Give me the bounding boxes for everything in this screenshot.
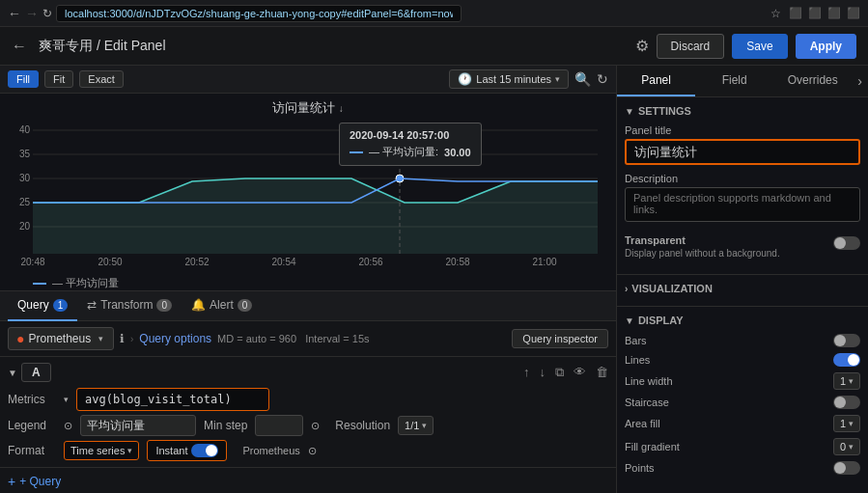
area-fill-label: Area fill <box>625 418 833 429</box>
time-range-label: Last 15 minutes <box>476 73 551 85</box>
exact-button[interactable]: Exact <box>79 70 124 88</box>
bars-label: Bars <box>625 335 833 346</box>
line-width-select[interactable]: 1 ▾ <box>833 372 860 390</box>
points-toggle[interactable] <box>833 461 860 475</box>
svg-marker-10 <box>33 178 598 254</box>
datasource-chevron-icon: ▾ <box>98 334 103 343</box>
points-label: Points <box>625 462 833 474</box>
prometheus-icon: ● <box>16 331 24 346</box>
page-title: 爽哥专用 / Edit Panel <box>39 38 166 55</box>
min-step-input[interactable] <box>255 415 303 436</box>
settings-section-header[interactable]: ▼ Settings <box>625 105 860 117</box>
tab-transform[interactable]: ⇄ Transform 0 <box>77 290 182 321</box>
fill-gradient-label: Fill gradient <box>625 441 833 452</box>
transparent-hint: Display panel without a background. <box>625 248 826 259</box>
tab-field[interactable]: Field <box>695 66 773 96</box>
breadcrumb-chevron-icon: › <box>130 334 133 344</box>
instant-toggle-row[interactable]: Instant <box>147 440 227 461</box>
tab-panel[interactable]: Panel <box>617 66 695 96</box>
svg-text:20:50: 20:50 <box>98 257 122 267</box>
datasource-selector[interactable]: ● Prometheus ▾ <box>8 327 114 350</box>
description-field: Description <box>625 173 860 225</box>
copy-icon[interactable]: ⧉ <box>555 365 564 380</box>
chart-legend: — 平均访问量 <box>4 276 612 290</box>
move-down-icon[interactable]: ↓ <box>540 365 546 380</box>
metric-input[interactable]: avg(blog_visit_total) <box>76 388 269 411</box>
transparent-toggle[interactable] <box>833 236 860 250</box>
min-step-info-icon[interactable]: ⊙ <box>311 420 320 432</box>
area-fill-select[interactable]: 1 ▾ <box>833 415 860 432</box>
chart-title[interactable]: 访问量统计 ↓ <box>4 99 612 117</box>
legend-input[interactable] <box>80 415 196 436</box>
collapse-icon[interactable]: ▼ <box>8 368 17 378</box>
tab-alert[interactable]: 🔔 Alert 0 <box>182 290 262 321</box>
svg-text:40: 40 <box>19 124 31 135</box>
panel-arrow-icon[interactable]: › <box>852 66 868 96</box>
url-bar[interactable] <box>56 5 462 22</box>
resolution-label: Resolution <box>335 419 390 432</box>
move-up-icon[interactable]: ↑ <box>523 365 530 380</box>
chart-tooltip: 2020-09-14 20:57:00 — 平均访问量: 30.00 <box>339 123 482 166</box>
visualization-section-header[interactable]: › Visualization <box>625 283 860 294</box>
svg-text:25: 25 <box>19 197 31 207</box>
panel-title-input[interactable] <box>625 139 860 165</box>
query-inspector-button[interactable]: Query inspector <box>512 329 608 348</box>
zoom-icon[interactable]: 🔍 <box>574 71 591 87</box>
display-section-header[interactable]: ▼ Display <box>625 315 860 326</box>
format-select[interactable]: Time series ▾ <box>64 441 139 460</box>
line-width-label: Line width <box>625 375 833 387</box>
resolution-select[interactable]: 1/1 ▾ <box>398 416 434 435</box>
metrics-chevron-icon[interactable]: ▾ <box>64 395 69 404</box>
back-button[interactable]: ← <box>12 38 27 55</box>
fill-button[interactable]: Fill <box>8 70 39 88</box>
forward-nav-icon[interactable]: → <box>25 6 39 21</box>
svg-text:20:52: 20:52 <box>184 257 209 267</box>
add-query-button[interactable]: + + Query <box>0 467 616 493</box>
tooltip-time: 2020-09-14 20:57:00 <box>350 129 471 141</box>
back-nav-icon[interactable]: ← <box>8 6 21 21</box>
bars-toggle[interactable] <box>833 334 860 347</box>
panel-title-field: Panel title <box>625 124 860 165</box>
time-range-selector[interactable]: 🕐 Last 15 minutes ▾ <box>449 69 569 89</box>
staircase-toggle[interactable] <box>833 396 860 409</box>
fit-button[interactable]: Fit <box>44 70 73 88</box>
instant-label: Instant <box>155 445 187 456</box>
discard-button[interactable]: Discard <box>657 34 725 59</box>
apply-button[interactable]: Apply <box>796 34 856 59</box>
tab-query[interactable]: Query 1 <box>8 290 77 321</box>
chevron-down-icon: ▾ <box>555 74 560 84</box>
query-meta: MD = auto = 960 Interval = 15s <box>217 333 369 344</box>
transparent-label: Transparent <box>625 234 826 246</box>
refresh-icon[interactable]: ↻ <box>597 71 608 87</box>
svg-text:20:58: 20:58 <box>445 257 469 267</box>
fill-gradient-select[interactable]: 0 ▾ <box>833 438 860 455</box>
svg-text:35: 35 <box>19 149 31 159</box>
svg-text:20:56: 20:56 <box>358 257 382 267</box>
transform-badge: 0 <box>156 299 172 312</box>
lines-toggle[interactable] <box>833 353 860 367</box>
svg-text:30: 30 <box>19 173 31 183</box>
toggle-query-icon[interactable]: 👁 <box>574 365 586 380</box>
transform-icon: ⇄ <box>87 298 97 312</box>
settings-chevron-icon: ▼ <box>625 106 634 117</box>
reload-icon[interactable]: ↻ <box>42 7 52 20</box>
description-label: Description <box>625 173 860 184</box>
delete-query-icon[interactable]: 🗑 <box>596 365 608 380</box>
query-options-link[interactable]: Query options <box>139 332 211 345</box>
min-step-label: Min step <box>204 419 247 432</box>
alert-icon: 🔔 <box>191 298 206 312</box>
legend-label: Legend <box>8 419 56 432</box>
transparent-toggle-row: Transparent Display panel without a back… <box>625 234 860 259</box>
description-textarea[interactable] <box>625 187 860 222</box>
legend-info-icon[interactable]: ⊙ <box>64 420 72 432</box>
lines-label: Lines <box>625 354 833 366</box>
tab-overrides[interactable]: Overrides <box>773 66 852 96</box>
settings-gear-icon[interactable]: ⚙ <box>635 37 649 55</box>
svg-text:21:00: 21:00 <box>532 257 556 267</box>
save-button[interactable]: Save <box>732 34 787 59</box>
tooltip-value-row: — 平均访问量: 30.00 <box>350 145 471 159</box>
display-chevron-icon: ▼ <box>625 315 634 326</box>
prometheus-info-icon[interactable]: ⊙ <box>308 445 317 457</box>
datasource-info-icon[interactable]: ℹ <box>120 332 125 345</box>
chart-svg: 40 35 30 25 20 <box>4 119 612 273</box>
